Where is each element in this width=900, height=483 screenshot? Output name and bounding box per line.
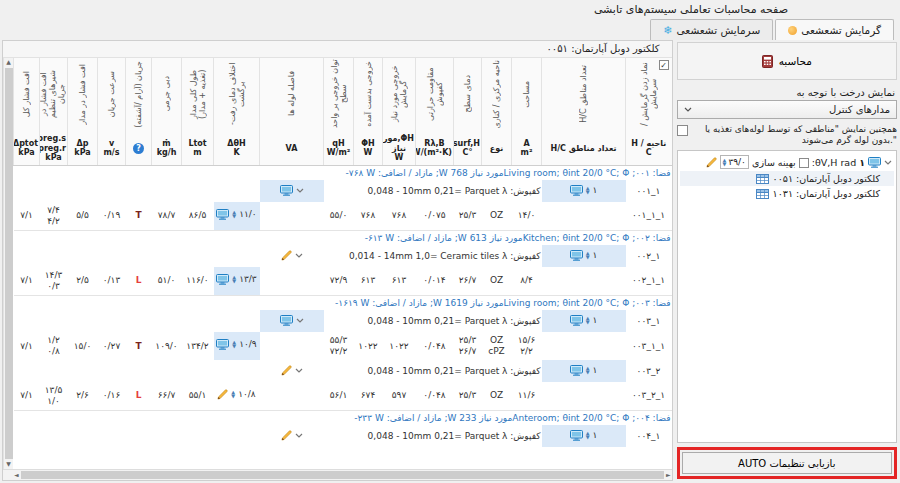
col-header-zone-count[interactable]: تعداد مناطق H/C: [542, 58, 626, 132]
spinner-arrows-icon[interactable]: ▲▼: [723, 159, 727, 166]
theta-supply-spinner[interactable]: ۳۹/۰ ▲▼: [720, 155, 749, 169]
scroll-up-icon[interactable]: ▲: [6, 58, 11, 67]
restore-auto-settings-button[interactable]: بازیابی تنظیمات AUTO: [682, 452, 893, 474]
spinner-arrows-icon[interactable]: ▲▼: [232, 211, 236, 218]
table-cell: ۲/۶: [68, 382, 98, 410]
zone-count-cell[interactable]: ▲▼ ۱: [542, 180, 626, 202]
calculate-button[interactable]: محاسبه: [740, 51, 834, 72]
table-cell: A m²: [512, 132, 542, 165]
monitor-icon: [280, 315, 293, 326]
col-header-temp-diff[interactable]: اختلاف دمای رفت- برگشت: [214, 58, 260, 132]
flow-regime-value: L: [126, 382, 152, 410]
spinner-arrows-icon[interactable]: ▲▼: [586, 317, 590, 324]
table-cell: ۷۲/۹: [324, 267, 354, 295]
flow-help-cell[interactable]: ?: [126, 132, 152, 165]
table-cell: ۷۶۸: [383, 202, 416, 230]
table-area: ✓ نماد زدن گرمایش / سرمایش تعداد مناطق H…: [13, 58, 672, 469]
scroll-down-icon[interactable]: ▼: [6, 460, 11, 469]
col-header-required-output[interactable]: خروجی مورد نیاز گرمایش: [383, 58, 416, 132]
tab-radiant-heating[interactable]: گرمایش تشعشعی: [775, 19, 894, 40]
spinner-arrows-icon[interactable]: ▲▼: [586, 187, 590, 194]
floor-info: کفپوش: 0,048 - 10mm 0,21= Parquet λ: [324, 310, 542, 332]
chevron-down-icon[interactable]: [295, 433, 303, 438]
circuit-row: ۱_۱_۰۰۱ ۱۴/۰ OZ ۲۵/۳ ۰/۰۷۵ ۷۶۸ ۷۶۸ ۵۵/۰: [14, 202, 672, 230]
space-group-header: فضا: ۰۰۲; Kitchen; θint 20/0 °C; Φمورد ن…: [14, 230, 672, 245]
col-header-total-length[interactable]: طول کلی مدار (تغذیه + مدار): [182, 58, 214, 132]
chevron-down-icon[interactable]: [295, 253, 303, 258]
table-cell: ۸/۴: [512, 267, 542, 295]
spacing-dropdown-cell[interactable]: [260, 425, 324, 447]
col-header-circuit-pressure-drop[interactable]: افت فشار در مدار: [68, 58, 98, 132]
dtheta-spinner-cell[interactable]: ▲▼ ۱۰/۹: [214, 332, 260, 360]
pencil-icon[interactable]: [706, 157, 717, 168]
spacing-dropdown-cell[interactable]: [260, 245, 324, 267]
header-checkbox[interactable]: ✓: [659, 60, 669, 70]
col-header-zone[interactable]: ✓ نماد زدن گرمایش / سرمایش: [626, 58, 672, 132]
scroll-left-icon[interactable]: ◄: [14, 471, 19, 480]
dtheta-spinner-cell[interactable]: ▲▼ ۱۰/۸: [214, 382, 260, 410]
horizontal-scroll-thumb[interactable]: [21, 471, 664, 479]
col-header-velocity[interactable]: سرعت جریان: [98, 58, 126, 132]
spacing-dropdown-cell[interactable]: [260, 180, 324, 202]
chevron-down-icon[interactable]: [296, 318, 304, 323]
show-fed-zones-checkbox[interactable]: [677, 125, 688, 136]
monitor-icon: [570, 365, 583, 376]
col-header-output-per-area[interactable]: توان خروجی بر واحد سطح: [324, 58, 354, 132]
vertical-scrollbar[interactable]: ▲ ▼: [3, 58, 13, 469]
tree-item-collector-1031[interactable]: کلکتور دوبل آپارتمان: ۱۰۳۱: [680, 186, 895, 201]
col-header-floor-resistance[interactable]: مقاومت حرارتی کفپوش: [416, 58, 454, 132]
pencil-icon[interactable]: [281, 365, 292, 376]
vertical-scroll-thumb[interactable]: [5, 68, 13, 459]
dtheta-spinner-cell[interactable]: ▲▼ ۱۳/۳: [214, 267, 260, 295]
zone-count-cell[interactable]: ▲▼ ۱: [542, 360, 626, 382]
col-header-valve-pressure-drop[interactable]: افت فشار در شیرهای تنظیم جریان: [40, 58, 68, 132]
calculate-box: محاسبه: [677, 42, 898, 80]
spacing-dropdown-cell[interactable]: [260, 310, 324, 332]
show-fed-zones-label: همچنین نمایش "مناطقی که توسط لوله‌های تغ…: [692, 124, 898, 146]
col-header-area[interactable]: مساحت: [512, 58, 542, 132]
table-cell: ۱_۱_۰۰۳: [626, 332, 672, 360]
col-header-surface-temp[interactable]: دمای سطح: [454, 58, 482, 132]
pencil-icon[interactable]: [217, 389, 228, 400]
col-header-mass-flow[interactable]: دبی جرمی: [152, 58, 182, 132]
spinner-arrows-icon[interactable]: ▲▼: [232, 276, 236, 283]
chevron-down-icon[interactable]: [296, 188, 304, 193]
spacing-dropdown-cell[interactable]: [260, 360, 324, 382]
col-header-type[interactable]: ناحیه مرکزی / کناری: [482, 58, 512, 132]
tree-node-root[interactable]: ۱ θV,H rad: بهینه سازی ۳۹/۰ ▲▼: [680, 153, 895, 171]
tab-radiant-cooling[interactable]: ❄ سرمایش تشعشعی: [650, 19, 773, 40]
spinner-arrows-icon[interactable]: ▲▼: [586, 252, 590, 259]
zone-count-cell[interactable]: ▲▼ ۱: [542, 425, 626, 447]
table-cell: [542, 332, 626, 360]
chevron-down-icon[interactable]: [295, 368, 303, 373]
table-cell: ۲/۵: [68, 267, 98, 295]
spinner-arrows-icon[interactable]: ▲▼: [586, 432, 590, 439]
flow-regime-value: T: [126, 202, 152, 230]
col-header-total-pressure-drop[interactable]: افت فشار کل: [14, 58, 40, 132]
optimize-checkbox[interactable]: [799, 158, 809, 168]
col-header-pipe-spacing[interactable]: فاصله لوله ها: [260, 58, 324, 132]
horizontal-scrollbar[interactable]: ◄ ►: [3, 469, 672, 480]
table-cell: [542, 267, 626, 295]
table-cell: ۵۵/۰: [324, 202, 354, 230]
spinner-arrows-icon[interactable]: ▲▼: [232, 341, 236, 348]
spinner-arrows-icon[interactable]: ▲▼: [586, 367, 590, 374]
spinner-arrows-icon[interactable]: ▲▼: [231, 391, 235, 398]
table-cell: ۱۰۹/۰: [152, 332, 182, 360]
zone-count-cell[interactable]: ▲▼ ۱: [542, 245, 626, 267]
col-header-flow-regime[interactable]: جریان (آرام /آشفته): [126, 58, 152, 132]
table-cell: ۷۸/۷: [152, 202, 182, 230]
pencil-icon[interactable]: [281, 430, 292, 441]
tree-item-collector-0051[interactable]: کلکتور دوبل آپارتمان: ۰۰۵۱: [680, 171, 895, 186]
control-circuits-dropdown[interactable]: مدارهای کنترل: [677, 100, 898, 119]
scroll-right-icon[interactable]: ►: [666, 471, 671, 480]
table-cell: ΦH,مورد نیاز W: [383, 132, 416, 165]
table-cell: ۸۶/۵: [182, 202, 214, 230]
dtheta-spinner-cell[interactable]: ▲▼ ۱۱/۰: [214, 202, 260, 230]
zone-count-cell[interactable]: ▲▼ ۱: [542, 310, 626, 332]
zone-row: ۱_۰۰۴ ▲▼ ۱ کفپوش: 0,048 - 10mm 0,21= Par…: [14, 425, 672, 447]
expand-chevron-icon[interactable]: [884, 160, 892, 165]
col-header-achieved-output[interactable]: خروجی بدست آمده: [354, 58, 383, 132]
question-icon[interactable]: ?: [133, 143, 144, 154]
pencil-icon[interactable]: [281, 250, 292, 261]
